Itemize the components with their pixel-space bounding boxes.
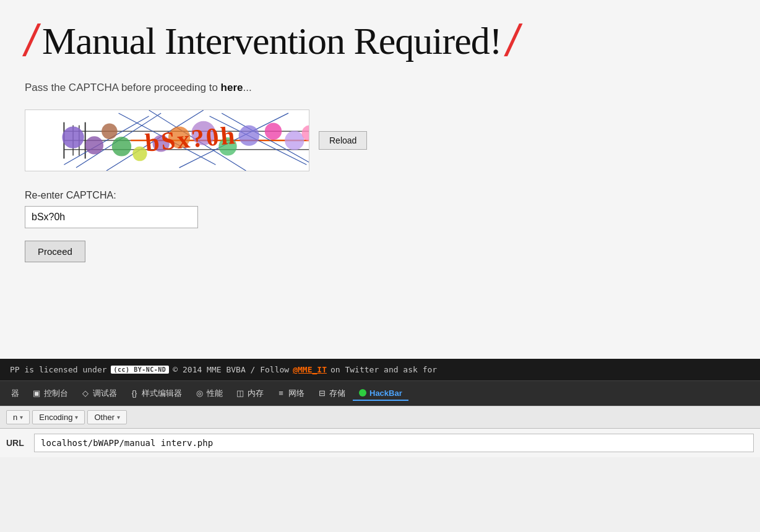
dev-tool-memory-label: 内存 xyxy=(248,388,264,399)
network-icon: ≡ xyxy=(276,388,286,398)
dev-tool-memory[interactable]: ◫ 内存 xyxy=(230,386,269,401)
subtitle-prefix: Pass the CAPTCHA before proceeding to xyxy=(25,82,218,93)
title-slash-right: / xyxy=(506,19,519,63)
dev-tool-perf-label: 性能 xyxy=(207,388,223,399)
dev-tool-network-label: 网络 xyxy=(288,388,304,399)
debugger-icon: ◇ xyxy=(80,388,90,398)
url-label: URL xyxy=(6,438,28,448)
svg-point-20 xyxy=(112,137,131,156)
hackbar-toolbar: n ▾ Encoding ▾ Other ▾ xyxy=(0,406,760,429)
chevron-down-icon-2: ▾ xyxy=(75,414,78,421)
dev-toolbar: 器 ▣ 控制台 ◇ 调试器 {} 样式编辑器 ◎ 性能 ◫ 内存 ≡ 网络 ⊟ … xyxy=(0,380,760,406)
svg-point-18 xyxy=(85,136,103,154)
svg-point-17 xyxy=(62,126,84,148)
main-content: / Manual Intervention Required! / Pass t… xyxy=(0,0,760,359)
memory-icon: ◫ xyxy=(235,388,245,398)
captcha-label: Re-enter CAPTCHA: xyxy=(25,190,735,201)
dev-tool-style-editor[interactable]: {} 样式编辑器 xyxy=(124,386,187,401)
storage-icon: ⊟ xyxy=(317,388,327,398)
subtitle-link[interactable]: here xyxy=(221,82,243,93)
footer-bar: PP is licensed under (cc) BY-NC-ND © 201… xyxy=(0,359,760,380)
dev-tool-storage-label: 存储 xyxy=(329,388,345,399)
svg-point-27 xyxy=(265,123,282,140)
proceed-button[interactable]: Proceed xyxy=(25,241,85,262)
hackbar-btn-other-label: Other xyxy=(94,413,114,422)
hackbar-btn-encoding[interactable]: Encoding ▾ xyxy=(32,410,85,424)
console-icon: ▣ xyxy=(32,388,41,398)
title-slash-left: / xyxy=(25,19,37,63)
dev-tool-console-label: 控制台 xyxy=(44,388,68,399)
chevron-down-icon-3: ▾ xyxy=(117,414,120,421)
dev-tool-debugger-label: 调试器 xyxy=(93,388,117,399)
svg-point-21 xyxy=(132,147,147,161)
subtitle-suffix: ... xyxy=(243,82,252,93)
url-input[interactable] xyxy=(34,434,754,452)
subtitle: Pass the CAPTCHA before proceeding to he… xyxy=(25,82,735,94)
hackbar-label: HackBar xyxy=(369,388,402,398)
hackbar-btn-n-label: n xyxy=(13,413,17,422)
dev-tool-network[interactable]: ≡ 网络 xyxy=(271,386,309,401)
dev-tool-storage[interactable]: ⊟ 存储 xyxy=(312,386,350,401)
svg-point-26 xyxy=(239,126,259,146)
chevron-down-icon: ▾ xyxy=(20,414,23,421)
performance-icon: ◎ xyxy=(194,388,204,398)
svg-point-28 xyxy=(285,131,304,150)
svg-point-19 xyxy=(101,124,117,139)
hackbar-btn-n[interactable]: n ▾ xyxy=(6,410,30,424)
twitter-link[interactable]: @MME_IT xyxy=(293,365,327,374)
footer-suffix: on Twitter and ask for xyxy=(330,365,437,374)
cc-license-badge: (cc) BY-NC-ND xyxy=(111,366,170,374)
dev-tool-performance[interactable]: ◎ 性能 xyxy=(189,386,228,401)
captcha-image: bSx?0h xyxy=(25,109,309,171)
page-title: Manual Intervention Required! xyxy=(42,19,501,63)
captcha-input[interactable] xyxy=(25,206,198,228)
footer-prefix: PP is licensed under xyxy=(10,365,107,374)
captcha-container: bSx?0h Reload xyxy=(25,109,735,171)
style-editor-icon: {} xyxy=(129,388,139,398)
captcha-form: Re-enter CAPTCHA: Proceed xyxy=(25,190,735,262)
dev-tool-console[interactable]: ▣ 控制台 xyxy=(27,386,73,401)
hackbar-btn-other[interactable]: Other ▾ xyxy=(87,410,127,424)
hackbar-section: n ▾ Encoding ▾ Other ▾ URL xyxy=(0,406,760,457)
hackbar-btn-encoding-label: Encoding xyxy=(39,413,72,422)
hackbar-dot-icon xyxy=(359,389,366,397)
dev-tool-style-label: 样式编辑器 xyxy=(142,388,182,399)
dev-tool-truncated[interactable]: 器 xyxy=(6,386,24,401)
url-row: URL xyxy=(0,429,760,457)
dev-tool-debugger[interactable]: ◇ 调试器 xyxy=(76,386,122,401)
reload-button[interactable]: Reload xyxy=(319,131,367,150)
hackbar-tab[interactable]: HackBar xyxy=(353,387,408,401)
tool-truncated-label: 器 xyxy=(11,388,19,399)
title-area: / Manual Intervention Required! / xyxy=(25,12,735,63)
footer-copyright: © 2014 MME BVBA / Follow xyxy=(173,365,289,374)
